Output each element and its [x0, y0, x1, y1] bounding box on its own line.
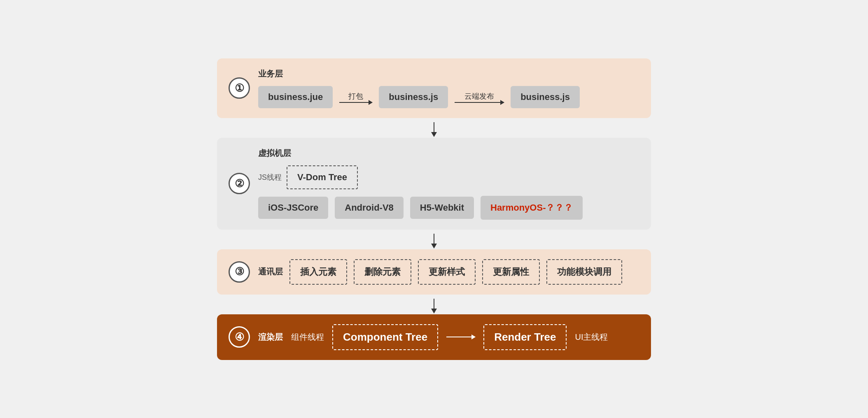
deploy-arrow-shaft: [455, 102, 504, 103]
vert-shaft-2: [434, 234, 434, 244]
pack-arrow-shaft: [339, 102, 372, 103]
vert-arrow-inner-1: [431, 122, 437, 137]
layer-4-render: ④ 渲染层 组件线程 Component Tree Render Tree UI…: [217, 314, 651, 360]
android-v8-box: Android-V8: [335, 197, 404, 219]
render-tree-box: Render Tree: [483, 324, 567, 350]
architecture-diagram: ① 业务层 business.jue 打包 business.js 云端发布: [217, 58, 651, 360]
white-arrow-shaft: [446, 337, 475, 337]
pack-arrow: [339, 102, 372, 103]
business-js-box2: business.js: [511, 86, 580, 108]
white-arrow-head: [471, 334, 476, 339]
update-attr-box: 更新属性: [482, 259, 540, 285]
ios-jscore-box: iOS-JSCore: [258, 197, 328, 219]
harmonyos-box: HarmonyOS-？？？: [481, 196, 583, 220]
update-style-box: 更新样式: [418, 259, 476, 285]
layer-1-title: 业务层: [258, 68, 639, 79]
vdom-tree-box: V-Dom Tree: [287, 165, 358, 189]
vert-head-3: [431, 309, 437, 314]
business-jue-box: business.jue: [258, 86, 333, 108]
module-call-box: 功能模块调用: [546, 259, 622, 285]
layer-1-number: ①: [229, 77, 250, 99]
layer-1-row: business.jue 打包 business.js 云端发布 busines…: [258, 86, 639, 108]
vm-top-row: JS线程 V-Dom Tree: [258, 165, 639, 189]
vert-shaft-3: [434, 299, 434, 309]
layer-4-title: 渲染层: [258, 332, 283, 343]
render-horiz-arrow: [446, 337, 475, 337]
vert-arrow-inner-3: [431, 299, 437, 314]
vert-arrow-inner-2: [431, 234, 437, 248]
delete-box: 删除元素: [354, 259, 411, 285]
component-thread-label: 组件线程: [291, 332, 324, 343]
render-row: 渲染层 组件线程 Component Tree Render Tree UI主线…: [258, 324, 639, 350]
deploy-label: 云端发布: [464, 91, 494, 101]
pack-arrow-group: 打包: [339, 91, 372, 103]
layer-1-business: ① 业务层 business.jue 打包 business.js 云端发布: [217, 58, 651, 118]
layer-4-number: ④: [229, 326, 250, 348]
vert-head-1: [431, 132, 437, 137]
layer-3-comm: ③ 通讯层 插入元素 删除元素 更新样式 更新属性 功能模块调用: [217, 249, 651, 295]
layer-2-vm: ② 虚拟机层 JS线程 V-Dom Tree iOS-JSCore Androi…: [217, 138, 651, 230]
layer-3-number: ③: [229, 261, 250, 283]
layer-1-content: 业务层 business.jue 打包 business.js 云端发布 bu: [258, 68, 639, 108]
arrow-3-to-4: [217, 298, 651, 314]
deploy-arrow-group: 云端发布: [455, 91, 504, 103]
layer-2-boxes-row: iOS-JSCore Android-V8 H5-Webkit HarmonyO…: [258, 196, 639, 220]
js-thread-label: JS线程: [258, 172, 282, 182]
ui-thread-label: UI主线程: [575, 332, 608, 343]
layer-2-number: ②: [229, 173, 250, 194]
arrow-2-to-3: [217, 233, 651, 249]
vert-head-2: [431, 244, 437, 248]
insert-box: 插入元素: [289, 259, 347, 285]
vert-shaft-1: [434, 122, 434, 132]
layer-3-row: 通讯层 插入元素 删除元素 更新样式 更新属性 功能模块调用: [258, 259, 639, 285]
arrow-1-to-2: [217, 121, 651, 138]
component-tree-box: Component Tree: [332, 324, 438, 350]
layer-4-content: 渲染层 组件线程 Component Tree Render Tree UI主线…: [258, 324, 639, 350]
deploy-arrow: [455, 102, 504, 103]
layer-2-content: 虚拟机层 JS线程 V-Dom Tree iOS-JSCore Android-…: [258, 148, 639, 220]
layer-3-content: 通讯层 插入元素 删除元素 更新样式 更新属性 功能模块调用: [258, 259, 639, 285]
h5-webkit-box: H5-Webkit: [410, 197, 474, 219]
layer-2-title: 虚拟机层: [258, 148, 639, 159]
business-js-box1: business.js: [379, 86, 448, 108]
pack-label: 打包: [348, 91, 363, 101]
layer-3-title: 通讯层: [258, 266, 283, 277]
